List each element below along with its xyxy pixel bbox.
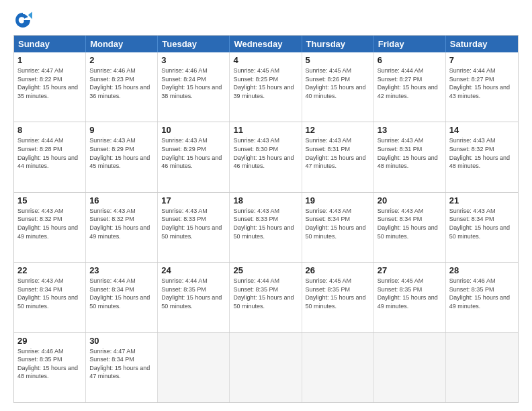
calendar-cell xyxy=(230,333,302,402)
calendar-cell: 21Sunrise: 4:43 AM Sunset: 8:34 PM Dayli… xyxy=(446,193,518,262)
calendar-cell: 23Sunrise: 4:44 AM Sunset: 8:34 PM Dayli… xyxy=(86,263,158,332)
day-number: 3 xyxy=(161,55,226,65)
day-number: 23 xyxy=(89,265,154,275)
calendar-cell xyxy=(446,333,518,402)
day-info: Sunrise: 4:47 AM Sunset: 8:34 PM Dayligh… xyxy=(89,347,154,381)
day-info: Sunrise: 4:43 AM Sunset: 8:34 PM Dayligh… xyxy=(17,277,82,310)
day-number: 20 xyxy=(378,195,442,205)
day-info: Sunrise: 4:43 AM Sunset: 8:31 PM Dayligh… xyxy=(306,136,370,170)
calendar-cell: 5Sunrise: 4:45 AM Sunset: 8:26 PM Daylig… xyxy=(302,52,374,122)
day-number: 5 xyxy=(306,55,370,65)
calendar-cell: 10Sunrise: 4:43 AM Sunset: 8:29 PM Dayli… xyxy=(158,122,230,191)
day-info: Sunrise: 4:43 AM Sunset: 8:34 PM Dayligh… xyxy=(378,207,442,240)
calendar-cell: 13Sunrise: 4:43 AM Sunset: 8:31 PM Dayli… xyxy=(374,122,446,191)
calendar-cell: 11Sunrise: 4:43 AM Sunset: 8:30 PM Dayli… xyxy=(230,122,302,191)
day-info: Sunrise: 4:43 AM Sunset: 8:29 PM Dayligh… xyxy=(89,136,154,170)
calendar-cell: 26Sunrise: 4:45 AM Sunset: 8:35 PM Dayli… xyxy=(302,263,374,332)
calendar-cell: 17Sunrise: 4:43 AM Sunset: 8:33 PM Dayli… xyxy=(158,193,230,262)
calendar-week: 29Sunrise: 4:46 AM Sunset: 8:35 PM Dayli… xyxy=(14,333,518,402)
calendar-cell: 19Sunrise: 4:43 AM Sunset: 8:34 PM Dayli… xyxy=(302,193,374,262)
day-info: Sunrise: 4:45 AM Sunset: 8:26 PM Dayligh… xyxy=(306,66,370,100)
calendar-week: 22Sunrise: 4:43 AM Sunset: 8:34 PM Dayli… xyxy=(14,263,518,332)
calendar-header-cell: Friday xyxy=(374,36,446,52)
calendar-cell: 29Sunrise: 4:46 AM Sunset: 8:35 PM Dayli… xyxy=(14,333,86,402)
day-number: 12 xyxy=(306,125,370,135)
day-info: Sunrise: 4:44 AM Sunset: 8:27 PM Dayligh… xyxy=(449,66,515,100)
day-info: Sunrise: 4:43 AM Sunset: 8:34 PM Dayligh… xyxy=(449,207,515,240)
calendar-cell: 6Sunrise: 4:44 AM Sunset: 8:27 PM Daylig… xyxy=(374,52,446,122)
day-info: Sunrise: 4:46 AM Sunset: 8:35 PM Dayligh… xyxy=(17,347,82,381)
day-number: 22 xyxy=(17,265,82,275)
day-info: Sunrise: 4:45 AM Sunset: 8:35 PM Dayligh… xyxy=(306,277,370,310)
day-number: 13 xyxy=(378,125,442,135)
calendar-week: 1Sunrise: 4:47 AM Sunset: 8:22 PM Daylig… xyxy=(14,52,518,122)
day-info: Sunrise: 4:44 AM Sunset: 8:35 PM Dayligh… xyxy=(233,277,298,310)
calendar-header-cell: Saturday xyxy=(446,36,518,52)
calendar-header: SundayMondayTuesdayWednesdayThursdayFrid… xyxy=(14,36,518,52)
calendar-cell: 24Sunrise: 4:44 AM Sunset: 8:35 PM Dayli… xyxy=(158,263,230,332)
calendar-cell: 12Sunrise: 4:43 AM Sunset: 8:31 PM Dayli… xyxy=(302,122,374,191)
day-number: 21 xyxy=(449,195,515,205)
day-info: Sunrise: 4:43 AM Sunset: 8:33 PM Dayligh… xyxy=(233,207,298,240)
calendar-header-cell: Wednesday xyxy=(230,36,302,52)
calendar-cell: 3Sunrise: 4:46 AM Sunset: 8:24 PM Daylig… xyxy=(158,52,230,122)
day-info: Sunrise: 4:43 AM Sunset: 8:34 PM Dayligh… xyxy=(306,207,370,240)
day-info: Sunrise: 4:43 AM Sunset: 8:30 PM Dayligh… xyxy=(233,136,298,170)
day-number: 1 xyxy=(17,55,82,65)
calendar-cell: 18Sunrise: 4:43 AM Sunset: 8:33 PM Dayli… xyxy=(230,193,302,262)
day-info: Sunrise: 4:43 AM Sunset: 8:32 PM Dayligh… xyxy=(89,207,154,240)
day-info: Sunrise: 4:43 AM Sunset: 8:31 PM Dayligh… xyxy=(378,136,442,170)
day-info: Sunrise: 4:46 AM Sunset: 8:35 PM Dayligh… xyxy=(449,277,515,310)
calendar-cell: 30Sunrise: 4:47 AM Sunset: 8:34 PM Dayli… xyxy=(86,333,158,402)
day-info: Sunrise: 4:44 AM Sunset: 8:28 PM Dayligh… xyxy=(17,136,82,170)
day-number: 17 xyxy=(161,195,226,205)
calendar-cell: 22Sunrise: 4:43 AM Sunset: 8:34 PM Dayli… xyxy=(14,263,86,332)
calendar-body: 1Sunrise: 4:47 AM Sunset: 8:22 PM Daylig… xyxy=(14,52,518,402)
calendar-cell: 28Sunrise: 4:46 AM Sunset: 8:35 PM Dayli… xyxy=(446,263,518,332)
day-info: Sunrise: 4:43 AM Sunset: 8:32 PM Dayligh… xyxy=(449,136,515,170)
day-number: 7 xyxy=(449,55,515,65)
day-info: Sunrise: 4:44 AM Sunset: 8:35 PM Dayligh… xyxy=(161,277,226,310)
calendar-cell xyxy=(302,333,374,402)
calendar-cell: 2Sunrise: 4:46 AM Sunset: 8:23 PM Daylig… xyxy=(86,52,158,122)
calendar-header-cell: Monday xyxy=(86,36,158,52)
calendar-cell: 14Sunrise: 4:43 AM Sunset: 8:32 PM Dayli… xyxy=(446,122,518,191)
calendar-cell: 1Sunrise: 4:47 AM Sunset: 8:22 PM Daylig… xyxy=(14,52,86,122)
day-number: 18 xyxy=(233,195,298,205)
calendar-cell: 20Sunrise: 4:43 AM Sunset: 8:34 PM Dayli… xyxy=(374,193,446,262)
calendar-cell: 7Sunrise: 4:44 AM Sunset: 8:27 PM Daylig… xyxy=(446,52,518,122)
day-info: Sunrise: 4:43 AM Sunset: 8:32 PM Dayligh… xyxy=(17,207,82,240)
day-number: 28 xyxy=(449,265,515,275)
day-info: Sunrise: 4:43 AM Sunset: 8:29 PM Dayligh… xyxy=(161,136,226,170)
day-number: 11 xyxy=(233,125,298,135)
calendar-week: 15Sunrise: 4:43 AM Sunset: 8:32 PM Dayli… xyxy=(14,193,518,263)
day-number: 27 xyxy=(378,265,442,275)
calendar-cell: 16Sunrise: 4:43 AM Sunset: 8:32 PM Dayli… xyxy=(86,193,158,262)
day-info: Sunrise: 4:47 AM Sunset: 8:22 PM Dayligh… xyxy=(17,66,82,100)
day-number: 9 xyxy=(89,125,154,135)
day-number: 24 xyxy=(161,265,226,275)
day-number: 19 xyxy=(306,195,370,205)
calendar: SundayMondayTuesdayWednesdayThursdayFrid… xyxy=(13,35,519,403)
day-number: 6 xyxy=(378,55,442,65)
logo-icon xyxy=(13,11,32,30)
day-info: Sunrise: 4:45 AM Sunset: 8:35 PM Dayligh… xyxy=(378,277,442,310)
day-number: 2 xyxy=(89,55,154,65)
day-number: 14 xyxy=(449,125,515,135)
day-number: 10 xyxy=(161,125,226,135)
calendar-cell: 9Sunrise: 4:43 AM Sunset: 8:29 PM Daylig… xyxy=(86,122,158,191)
day-number: 8 xyxy=(17,125,82,135)
day-number: 29 xyxy=(17,336,82,346)
day-info: Sunrise: 4:46 AM Sunset: 8:23 PM Dayligh… xyxy=(89,66,154,100)
calendar-cell: 27Sunrise: 4:45 AM Sunset: 8:35 PM Dayli… xyxy=(374,263,446,332)
day-number: 26 xyxy=(306,265,370,275)
calendar-cell: 4Sunrise: 4:45 AM Sunset: 8:25 PM Daylig… xyxy=(230,52,302,122)
calendar-cell xyxy=(374,333,446,402)
calendar-cell xyxy=(158,333,230,402)
day-number: 25 xyxy=(233,265,298,275)
calendar-cell: 25Sunrise: 4:44 AM Sunset: 8:35 PM Dayli… xyxy=(230,263,302,332)
calendar-week: 8Sunrise: 4:44 AM Sunset: 8:28 PM Daylig… xyxy=(14,122,518,192)
day-number: 30 xyxy=(89,336,154,346)
day-info: Sunrise: 4:43 AM Sunset: 8:33 PM Dayligh… xyxy=(161,207,226,240)
day-info: Sunrise: 4:46 AM Sunset: 8:24 PM Dayligh… xyxy=(161,66,226,100)
